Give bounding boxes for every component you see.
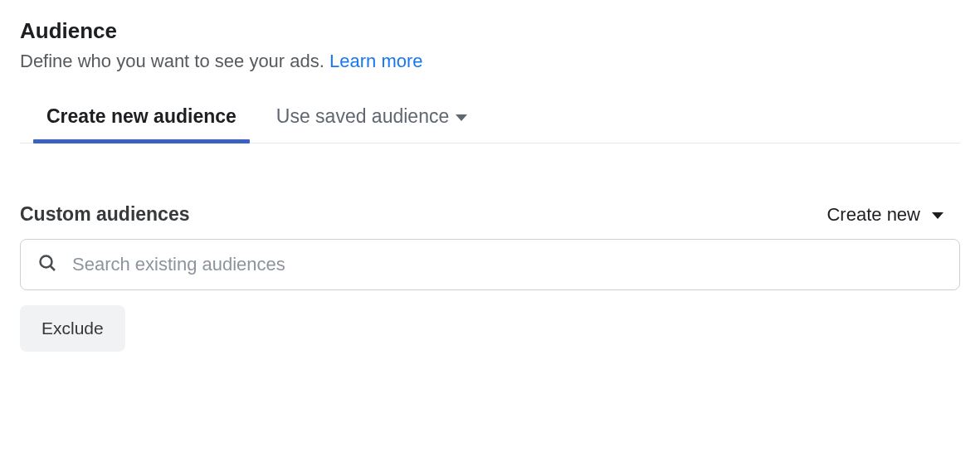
audience-header: Audience Define who you want to see your… [20,18,960,72]
section-title: Custom audiences [20,203,190,226]
chevron-down-icon [932,212,943,219]
tabs-container: Create new audience Use saved audience [20,105,960,143]
custom-audiences-section: Custom audiences Create new Exclude [20,203,960,352]
exclude-button[interactable]: Exclude [20,305,125,352]
tab-use-saved-audience[interactable]: Use saved audience [276,105,467,143]
tab-label: Use saved audience [276,105,449,128]
page-subtitle: Define who you want to see your ads. Lea… [20,51,960,72]
svg-line-1 [51,266,56,271]
create-new-dropdown[interactable]: Create new [826,204,960,226]
subtitle-text: Define who you want to see your ads. [20,51,329,71]
search-container[interactable] [20,239,960,290]
search-icon [37,253,57,276]
learn-more-link[interactable]: Learn more [329,51,423,71]
section-header: Custom audiences Create new [20,203,960,226]
chevron-down-icon [456,114,467,121]
page-title: Audience [20,18,960,44]
svg-point-0 [41,256,52,268]
tab-label: Create new audience [46,105,236,128]
tab-create-new-audience[interactable]: Create new audience [46,105,236,143]
create-new-label: Create new [826,204,920,226]
search-input[interactable] [72,254,943,275]
